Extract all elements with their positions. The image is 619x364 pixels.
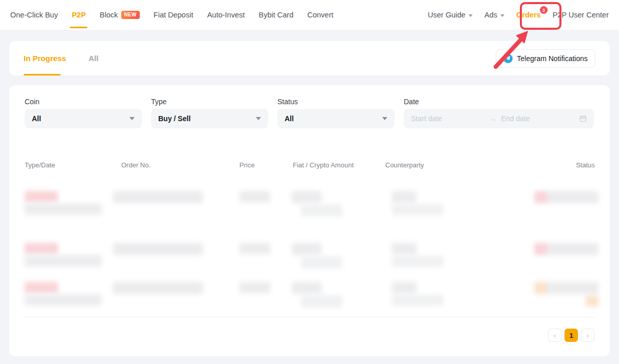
nav-p2p-label: P2P [72,11,86,19]
redacted-order-no [113,191,203,203]
pagination-next-button[interactable]: › [581,329,594,342]
redacted-order-no [113,243,203,255]
tab-in-progress-label: In Progress [24,54,66,63]
table-footer-divider [25,317,594,317]
active-nav-underline [70,27,87,28]
status-dropdown-value: All [285,114,382,123]
telegram-icon [503,54,513,63]
calendar-icon [579,115,587,122]
orders-table-header: Type/Date Order No. Price Fiat / Crypto … [9,161,610,169]
type-dropdown[interactable]: Buy / Sell [151,109,268,128]
redacted-counterparty-name [392,256,443,267]
redacted-price [239,191,270,202]
nav-auto-invest[interactable]: Auto-Invest [207,0,245,30]
nav-p2p-user-center[interactable]: P2P User Center [553,0,609,30]
chevron-down-icon [382,117,387,120]
redacted-order-date [25,203,102,215]
redacted-price [239,282,270,293]
table-row[interactable] [9,281,610,309]
start-date-input[interactable]: Start date [411,114,490,123]
redacted-counterparty-name [392,204,443,215]
redacted-order-type [25,243,58,254]
redacted-order-type [25,282,58,293]
nav-orders-label: Orders [516,11,541,19]
date-filter-label: Date [404,98,594,106]
telegram-button-label: Telegram Notifications [517,54,588,63]
type-filter-label: Type [151,98,268,106]
nav-ads-label: Ads [484,11,497,19]
redacted-fiat-amount [292,282,322,294]
filter-date: Date Start date → End date [404,98,594,106]
orders-count-badge: 3 [540,6,548,14]
nav-bybit-card[interactable]: Bybit Card [259,0,294,30]
date-range-input[interactable]: Start date → End date [404,109,594,128]
redacted-price [239,243,270,254]
pagination: ‹ 1 › [548,329,594,342]
redacted-fiat-amount [292,243,322,255]
col-order-no: Order No. [121,161,151,169]
new-badge: NEW [121,11,140,19]
secondary-nav: User Guide Ads Orders 3 P2P User Center [428,0,609,30]
coin-dropdown-value: All [32,114,129,123]
primary-nav: One-Click Buy P2P Block NEW Fiat Deposit… [10,0,333,30]
status-filter-label: Status [277,98,395,106]
redacted-counterparty-name [392,295,443,306]
col-fiat-crypto-amount: Fiat / Crypto Amount [293,161,354,169]
redacted-counterparty [392,282,417,294]
filter-coin: Coin All [25,98,142,106]
nav-one-click-buy[interactable]: One-Click Buy [10,0,58,30]
p2p-orders-page: One-Click Buy P2P Block NEW Fiat Deposit… [0,0,619,364]
tab-in-progress[interactable]: In Progress [24,41,66,75]
nav-block[interactable]: Block NEW [100,0,140,30]
orders-tab-card: In Progress All Telegram Notifications [9,41,610,75]
redacted-crypto-amount [301,295,342,308]
col-counterparty: Counterparty [385,161,424,169]
end-date-input[interactable]: End date [501,114,580,123]
redacted-crypto-amount [301,204,342,217]
redacted-status [534,243,598,255]
redacted-order-no [113,282,203,294]
type-dropdown-value: Buy / Sell [158,114,256,123]
chevron-down-icon [256,117,261,120]
table-row[interactable] [9,190,610,218]
table-row[interactable] [9,242,610,270]
redacted-status [534,191,598,203]
nav-fiat-deposit[interactable]: Fiat Deposit [154,0,193,30]
nav-p2p[interactable]: P2P [72,0,86,30]
coin-dropdown[interactable]: All [25,109,142,128]
active-tab-underline [24,74,61,75]
tab-all[interactable]: All [89,41,99,75]
orders-panel: Coin All Type Buy / Sell Status All Date [9,85,610,356]
nav-ads[interactable]: Ads [484,0,504,30]
chevron-down-icon [129,117,135,120]
redacted-counterparty [392,191,417,203]
nav-orders[interactable]: Orders 3 [516,0,541,30]
redacted-fiat-amount [292,191,322,203]
pagination-prev-button[interactable]: ‹ [548,329,561,342]
col-price: Price [239,161,255,169]
top-navigation: One-Click Buy P2P Block NEW Fiat Deposit… [0,0,619,30]
redacted-order-date [25,294,102,305]
chevron-down-icon [500,14,504,17]
date-range-arrow: → [490,115,496,123]
redacted-status [534,282,598,294]
filter-status: Status All [277,98,395,106]
pagination-page-1[interactable]: 1 [565,329,578,342]
status-dropdown[interactable]: All [277,109,395,128]
nav-block-label: Block [100,11,118,19]
nav-user-guide-label: User Guide [428,11,465,19]
redacted-crypto-amount [301,256,342,269]
redacted-counterparty [392,243,417,255]
redacted-status-extra [586,295,598,306]
nav-convert[interactable]: Convert [307,0,333,30]
telegram-notifications-button[interactable]: Telegram Notifications [496,49,595,68]
filter-type: Type Buy / Sell [151,98,268,106]
col-status: Status [576,161,595,169]
nav-user-guide[interactable]: User Guide [428,0,473,30]
col-type-date: Type/Date [25,161,55,169]
redacted-order-date [25,255,102,266]
coin-filter-label: Coin [25,98,142,106]
chevron-down-icon [468,14,473,17]
redacted-order-type [25,191,58,202]
